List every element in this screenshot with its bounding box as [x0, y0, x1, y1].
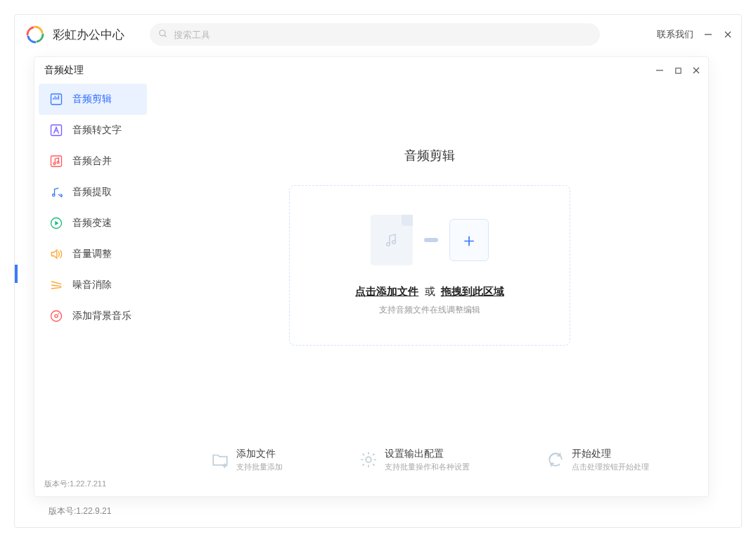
svg-line-1 — [165, 34, 167, 37]
search-input[interactable] — [174, 30, 591, 40]
music-extract-icon — [49, 184, 64, 200]
modal-close-button[interactable] — [691, 65, 701, 75]
svg-point-17 — [55, 315, 58, 317]
modal-title: 音频处理 — [44, 64, 84, 77]
sidebar-item-audio-extract[interactable]: 音频提取 — [39, 177, 147, 208]
svg-point-18 — [58, 313, 60, 315]
sidebar-item-audio-to-text[interactable]: 音频转文字 — [39, 115, 147, 146]
play-circle-icon — [49, 215, 64, 231]
dropzone-drag-label: 拖拽到此区域 — [441, 285, 504, 297]
add-file-plus-icon: ＋ — [449, 219, 489, 261]
add-file-title: 添加文件 — [236, 448, 283, 460]
file-dropzone[interactable]: ＋ 点击添加文件 或 拖拽到此区域 支持音频文件在线调整编辑 — [289, 185, 570, 346]
dropzone-graphic: ＋ — [371, 215, 489, 265]
modal-titlebar: 音频处理 — [34, 57, 708, 84]
svg-point-20 — [392, 241, 396, 244]
letter-a-icon — [49, 122, 64, 138]
gear-icon — [359, 450, 378, 469]
audio-file-icon — [371, 215, 413, 265]
start-process-title: 开始处理 — [572, 448, 649, 460]
start-process-subtitle: 点击处理按钮开始处理 — [572, 462, 649, 472]
add-file-action[interactable]: 添加文件 支持批量添加 — [211, 448, 283, 472]
app-logo-icon — [26, 25, 44, 44]
modal-minimize-button[interactable] — [655, 65, 665, 75]
search-box[interactable] — [150, 23, 600, 46]
output-config-title: 设置输出配置 — [385, 448, 470, 460]
sidebar-item-add-bgm[interactable]: 添加背景音乐 — [39, 301, 147, 332]
svg-point-19 — [387, 243, 390, 246]
folder-add-icon — [211, 450, 229, 469]
search-icon — [158, 29, 168, 41]
sidebar-item-label: 噪音消除 — [72, 279, 112, 291]
noise-lines-icon — [49, 277, 64, 293]
footer-actions: 添加文件 支持批量添加 设置输出配置 支持批量操作和各种设置 — [151, 440, 708, 496]
svg-point-16 — [51, 311, 62, 322]
dropzone-click-label: 点击添加文件 — [355, 285, 418, 297]
svg-point-14 — [53, 194, 55, 196]
speaker-icon — [49, 246, 64, 262]
sidebar-item-label: 音频合并 — [72, 155, 112, 168]
sidebar-item-audio-speed[interactable]: 音频变速 — [39, 208, 147, 239]
sidebar-item-label: 音量调整 — [72, 248, 112, 260]
main-close-button[interactable] — [723, 30, 733, 39]
modal-sidebar: 音频剪辑音频转文字音频合并音频提取音频变速音量调整噪音消除添加背景音乐 — [34, 84, 151, 496]
svg-point-13 — [57, 161, 59, 163]
svg-point-12 — [53, 163, 56, 165]
sidebar-item-audio-merge[interactable]: 音频合并 — [39, 146, 147, 177]
app-title: 彩虹办公中心 — [53, 27, 124, 43]
disc-icon — [49, 308, 64, 324]
music-note-icon — [49, 153, 64, 169]
output-config-subtitle: 支持批量操作和各种设置 — [385, 462, 470, 472]
main-version-label: 版本号:1.22.9.21 — [49, 505, 111, 517]
modal-version-label: 版本号:1.22.7.211 — [44, 479, 106, 489]
sidebar-item-label: 音频提取 — [72, 186, 112, 198]
main-sidebar-active-indicator — [15, 265, 18, 283]
modal-content: 音频剪辑 ＋ 点击添加文件 或 拖拽到此区域 支持音频文件在线调整编辑 — [151, 84, 708, 496]
svg-rect-6 — [675, 68, 680, 73]
output-config-action[interactable]: 设置输出配置 支持批量操作和各种设置 — [359, 448, 470, 472]
dropzone-subtitle: 支持音频文件在线调整编辑 — [379, 304, 480, 316]
sidebar-item-volume-adjust[interactable]: 音量调整 — [39, 239, 147, 270]
dropzone-separator: 或 — [425, 285, 435, 297]
sidebar-item-label: 添加背景音乐 — [72, 310, 132, 322]
svg-rect-11 — [51, 156, 62, 167]
add-file-subtitle: 支持批量添加 — [236, 462, 283, 472]
main-header-right: 联系我们 — [657, 28, 733, 41]
svg-point-23 — [366, 457, 371, 462]
dropzone-main-text: 点击添加文件 或 拖拽到此区域 — [355, 285, 504, 298]
svg-rect-9 — [51, 94, 62, 105]
content-title: 音频剪辑 — [151, 147, 708, 164]
sidebar-item-audio-trim[interactable]: 音频剪辑 — [39, 84, 147, 115]
main-minimize-button[interactable] — [703, 30, 713, 39]
sidebar-item-label: 音频剪辑 — [72, 93, 112, 106]
modal-maximize-button[interactable] — [673, 65, 683, 75]
start-process-action[interactable]: 开始处理 点击处理按钮开始处理 — [546, 448, 649, 472]
sidebar-item-noise-remove[interactable]: 噪音消除 — [39, 270, 147, 301]
refresh-icon — [546, 450, 565, 469]
sidebar-item-label: 音频转文字 — [72, 124, 122, 137]
arrow-icon — [424, 238, 438, 242]
main-header: 彩虹办公中心 联系我们 — [15, 15, 741, 54]
contact-us-link[interactable]: 联系我们 — [657, 28, 693, 41]
audio-processing-modal: 音频处理 音频剪辑音频转文字音频合并音频提取音频变速音量调整噪音消除添加背景音乐… — [34, 56, 709, 497]
svg-point-0 — [160, 30, 165, 35]
sidebar-item-label: 音频变速 — [72, 217, 112, 229]
waveform-icon — [49, 92, 64, 107]
